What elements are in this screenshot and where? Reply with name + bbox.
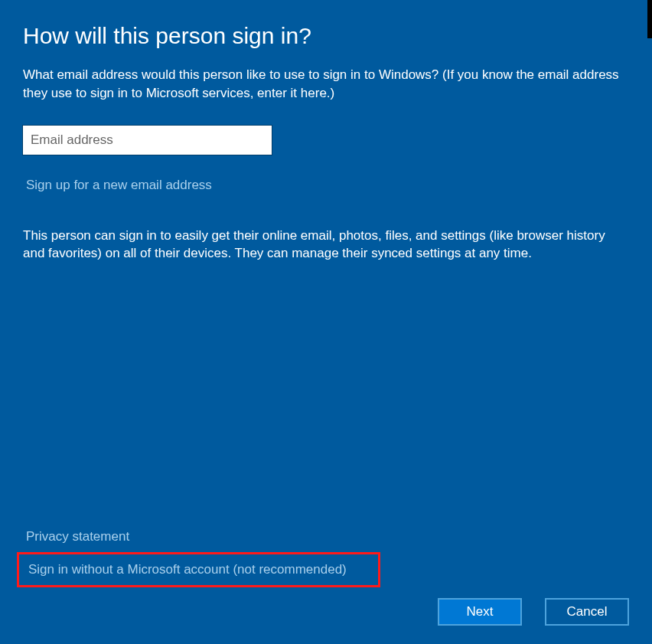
dialog-content: How will this person sign in? What email… [0, 0, 652, 263]
sync-description-text: This person can sign in to easily get th… [23, 227, 628, 263]
privacy-statement-link[interactable]: Privacy statement [26, 529, 129, 544]
highlighted-no-account-box: Sign in without a Microsoft account (not… [17, 552, 380, 587]
email-input[interactable] [23, 126, 272, 155]
sign-in-without-microsoft-link[interactable]: Sign in without a Microsoft account (not… [28, 562, 347, 577]
scrollbar-indicator [647, 0, 652, 38]
bottom-link-area: Privacy statement [26, 529, 129, 544]
dialog-button-row: Next Cancel [438, 598, 629, 626]
signup-new-email-link[interactable]: Sign up for a new email address [23, 178, 212, 193]
next-button[interactable]: Next [438, 598, 522, 626]
page-title: How will this person sign in? [23, 23, 629, 49]
cancel-button[interactable]: Cancel [545, 598, 629, 626]
instruction-text: What email address would this person lik… [23, 66, 628, 103]
